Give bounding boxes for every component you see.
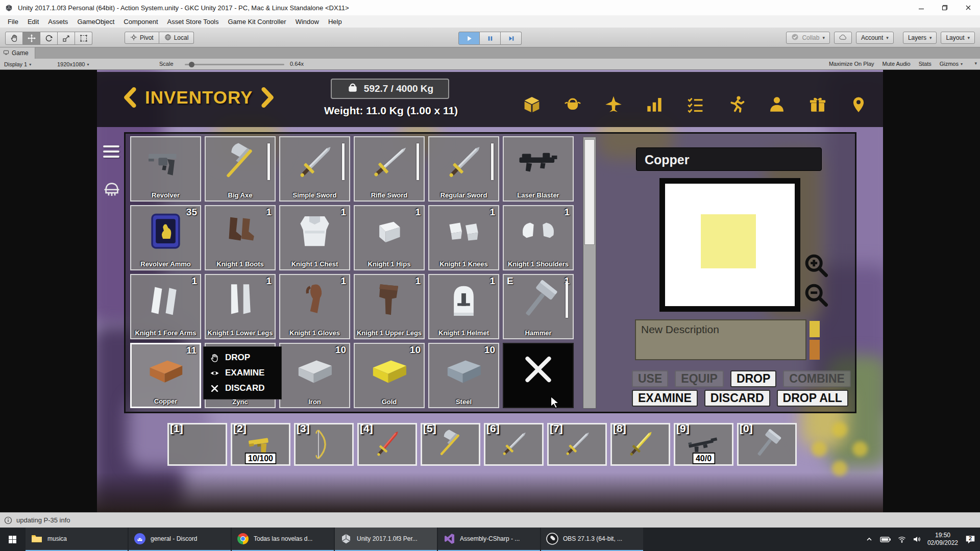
taskbar-item-unity-2017-1-0f3-per[interactable]: Unity 2017.1.0f3 Per... — [335, 528, 437, 551]
view-menu-icon[interactable]: ▾ — [974, 61, 977, 66]
display-dropdown[interactable]: Display 1▾ — [4, 60, 31, 68]
scale-slider[interactable] — [185, 64, 284, 65]
hotbar-slot-7[interactable]: [7] — [547, 423, 607, 466]
menu-asset-store-tools[interactable]: Asset Store Tools — [163, 15, 224, 28]
character-icon[interactable] — [768, 95, 786, 114]
drop-button[interactable]: DROP — [730, 370, 776, 387]
hotbar-slot-8[interactable]: [8] — [610, 423, 670, 466]
scrollbar-thumb[interactable] — [584, 139, 595, 245]
item-knight-1-helmet[interactable]: 1Knight 1 Helmet — [428, 274, 499, 339]
travel-icon[interactable] — [604, 95, 623, 114]
hotbar-slot-1[interactable]: [1] — [167, 423, 227, 466]
drop-all-button[interactable]: DROP ALL — [777, 390, 848, 407]
battery-icon[interactable] — [880, 536, 891, 543]
use-button[interactable]: USE — [632, 370, 668, 387]
account-dropdown[interactable]: Account▾ — [856, 32, 894, 44]
hotbar-slot-6[interactable]: [6] — [484, 423, 544, 466]
item-description-box[interactable]: New Description — [635, 319, 806, 360]
menu-component[interactable]: Component — [119, 15, 162, 28]
item-knight-1-shoulders[interactable]: 1Knight 1 Shoulders — [503, 205, 574, 270]
move-tool-button[interactable] — [23, 32, 40, 45]
stats-icon[interactable] — [645, 95, 664, 114]
description-scroll-handle[interactable] — [810, 340, 820, 360]
taskbar-item-todas-las-novelas-d[interactable]: Todas las novelas d... — [232, 528, 334, 551]
armor-icon[interactable] — [564, 95, 582, 114]
item-laser-blaster[interactable]: Laser Blaster — [503, 136, 574, 202]
taskbar-item-obs-27-1-3-64-bit[interactable]: OBS 27.1.3 (64-bit, ... — [541, 528, 643, 551]
menu-help[interactable]: Help — [324, 15, 347, 28]
status-bar[interactable]: updating P-35 info — [0, 512, 980, 528]
collab-dropdown[interactable]: Collab▾ — [786, 32, 830, 44]
item-knight-1-gloves[interactable]: 1Knight 1 Gloves — [279, 274, 350, 339]
volume-icon[interactable] — [913, 535, 921, 543]
zoom-out-button[interactable] — [802, 281, 830, 309]
context-examine[interactable]: EXAMINE — [210, 368, 275, 378]
item-revolver-ammo[interactable]: 35Revolver Ammo — [130, 205, 201, 270]
armor-tab-icon[interactable] — [102, 180, 121, 199]
item-knight-1-boots[interactable]: 1Knight 1 Boots — [205, 205, 276, 270]
item-copper[interactable]: 11Copper — [130, 343, 201, 408]
crafting-icon[interactable] — [523, 95, 541, 114]
next-menu-arrow[interactable] — [261, 86, 275, 109]
item-revolver[interactable]: Revolver — [130, 136, 201, 202]
prev-menu-arrow[interactable] — [122, 86, 137, 109]
tab-game[interactable]: Game — [0, 47, 35, 59]
taskbar-item-general-discord[interactable]: general - Discord — [129, 528, 231, 551]
rewards-icon[interactable] — [808, 95, 827, 114]
local-button[interactable]: Local — [159, 32, 194, 44]
hotbar-slot-3[interactable]: [3] — [294, 423, 354, 466]
combine-button[interactable]: COMBINE — [783, 370, 851, 387]
item-regular-sword[interactable]: Regular Sword — [428, 136, 499, 202]
hotbar-slot-0[interactable]: [0] — [737, 423, 797, 466]
item-hammer[interactable]: 1EHammer — [503, 274, 574, 339]
rect-tool-button[interactable] — [75, 32, 92, 45]
discard-button[interactable]: DISCARD — [704, 390, 770, 407]
item-knight-1-upper-legs[interactable]: 1Knight 1 Upper Legs — [354, 274, 425, 339]
inventory-empty-slot[interactable] — [503, 343, 574, 408]
start-button[interactable] — [0, 528, 24, 551]
abilities-icon[interactable] — [727, 95, 745, 114]
waypoint-icon[interactable] — [849, 95, 868, 114]
description-scroll-handle[interactable] — [810, 321, 820, 337]
item-knight-1-lower-legs[interactable]: 1Knight 1 Lower Legs — [205, 274, 276, 339]
hotbar-slot-2[interactable]: [2]10/100 — [231, 423, 290, 466]
item-knight-1-hips[interactable]: 1Knight 1 Hips — [354, 205, 425, 270]
item-big-axe[interactable]: Big Axe — [205, 136, 276, 202]
stats-button[interactable]: Stats — [919, 61, 932, 67]
item-iron[interactable]: 10Iron — [279, 343, 350, 408]
context-drop[interactable]: DROP — [210, 353, 275, 363]
item-rifle-sword[interactable]: Rifle Sword — [354, 136, 425, 202]
context-discard[interactable]: DISCARD — [210, 383, 275, 393]
item-simple-sword[interactable]: Simple Sword — [279, 136, 350, 202]
item-knight-1-fore-arms[interactable]: 1Knight 1 Fore Arms — [130, 274, 201, 339]
zoom-in-button[interactable] — [802, 252, 830, 279]
menu-toggle-button[interactable] — [103, 145, 119, 158]
equip-button[interactable]: EQUIP — [675, 370, 724, 387]
hand-tool-button[interactable] — [5, 32, 23, 45]
menu-assets[interactable]: Assets — [43, 15, 72, 28]
item-knight-1-knees[interactable]: 1Knight 1 Knees — [428, 205, 499, 270]
hotbar-slot-9[interactable]: [9]40/0 — [674, 423, 733, 466]
layers-dropdown[interactable]: Layers▾ — [903, 32, 937, 44]
maximize-on-play-button[interactable]: Maximize On Play — [829, 61, 874, 67]
taskbar-item-assembly-csharp[interactable]: Assembly-CSharp - ... — [438, 528, 540, 551]
quests-icon[interactable] — [686, 95, 704, 114]
menu-window[interactable]: Window — [291, 15, 324, 28]
restore-button[interactable] — [933, 0, 957, 15]
taskbar-item-musica[interactable]: musica — [26, 528, 128, 551]
scale-tool-button[interactable] — [58, 32, 75, 45]
hotbar-slot-5[interactable]: [5] — [421, 423, 480, 466]
step-button[interactable] — [501, 32, 522, 45]
item-gold[interactable]: 10Gold — [354, 343, 425, 408]
item-knight-1-chest[interactable]: 1Knight 1 Chest — [279, 205, 350, 270]
resolution-dropdown[interactable]: 980x551▾ — [57, 60, 89, 68]
pivot-button[interactable]: Pivot — [125, 32, 159, 44]
menu-gameobject[interactable]: GameObject — [72, 15, 119, 28]
layout-dropdown[interactable]: Layout▾ — [941, 32, 975, 44]
close-button[interactable] — [957, 0, 980, 15]
rotate-tool-button[interactable] — [40, 32, 58, 45]
taskbar-clock[interactable]: 19:50 02/09/2022 — [927, 532, 958, 547]
cloud-button[interactable] — [834, 32, 852, 44]
minimize-button[interactable] — [910, 0, 933, 15]
item-steel[interactable]: 10Steel — [428, 343, 499, 408]
